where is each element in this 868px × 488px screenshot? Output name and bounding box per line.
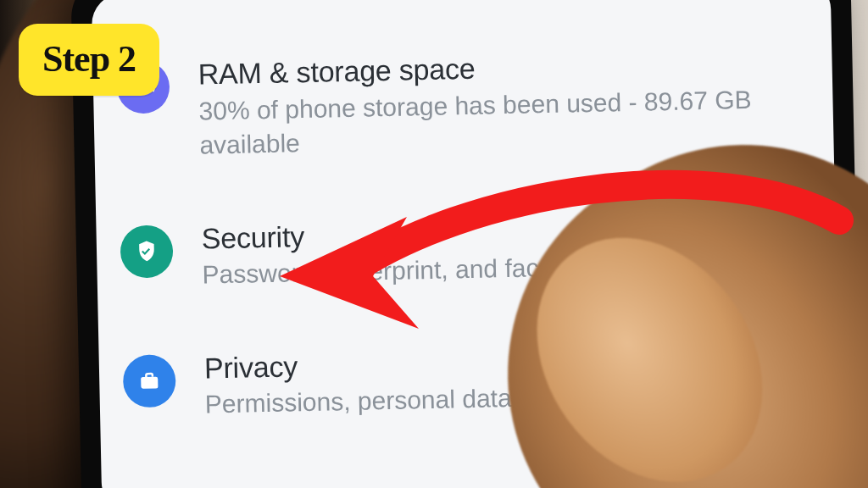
shield-icon (120, 225, 173, 278)
fingernail (552, 232, 701, 386)
step-badge: Step 2 (19, 24, 159, 96)
svg-rect-4 (141, 376, 158, 388)
briefcase-icon (123, 354, 176, 408)
settings-item-text: RAM & storage space 30% of phone storage… (198, 44, 796, 163)
battery-icon (114, 0, 168, 1)
